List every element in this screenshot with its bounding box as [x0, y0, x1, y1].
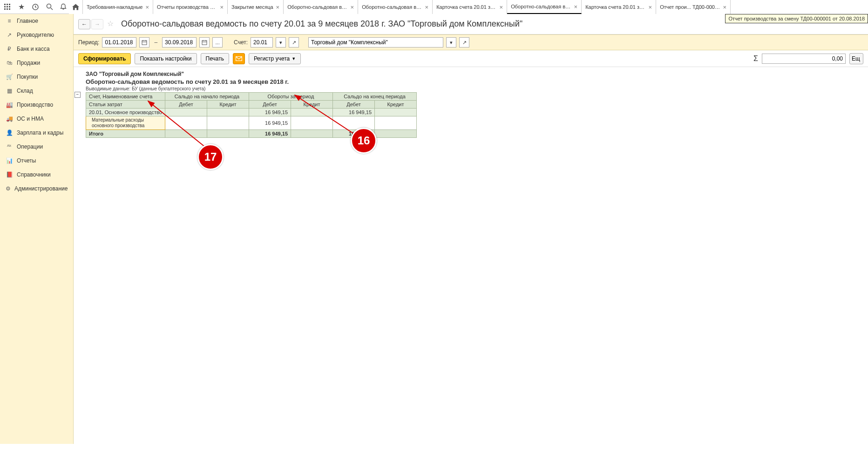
print-button[interactable]: Печать — [201, 53, 229, 64]
tab[interactable]: Требования-накладные× — [83, 0, 153, 14]
close-icon[interactable]: × — [146, 4, 149, 11]
sidebar-item[interactable]: 📕Справочники — [0, 168, 73, 182]
tab-label: Карточка счета 20.01 за... — [436, 4, 496, 10]
account-open-icon[interactable]: ↗ — [289, 37, 299, 48]
tab-label: Оборотно-сальдовая ве... — [362, 4, 422, 10]
account-input[interactable] — [251, 37, 273, 48]
sidebar-item[interactable]: ᴬᵏОперации — [0, 140, 73, 154]
tab[interactable]: Карточка счета 20.01 за...× — [433, 0, 507, 14]
sidebar-icon: 🏭 — [6, 101, 13, 109]
close-icon[interactable]: × — [276, 4, 280, 11]
date-to-input[interactable] — [162, 37, 197, 48]
register-button[interactable]: Регистр учета ▼ — [249, 53, 301, 64]
tab-label: Требования-накладные — [87, 4, 143, 10]
sidebar-item[interactable]: ⚙Администрирование — [0, 182, 73, 196]
sum-input[interactable] — [762, 54, 846, 64]
favorite-star-icon[interactable]: ☆ — [107, 19, 117, 29]
calendar-to-icon[interactable] — [199, 37, 210, 48]
table-row[interactable]: Материальные расходы основного производс… — [86, 116, 417, 130]
sidebar-item[interactable]: ≡Главное — [0, 14, 73, 28]
close-icon[interactable]: × — [500, 4, 503, 11]
sidebar-item[interactable]: 🏭Производство — [0, 98, 73, 112]
th-close-credit: Кредит — [375, 101, 417, 109]
show-settings-button[interactable]: Показать настройки — [135, 53, 197, 64]
org-dropdown-icon[interactable]: ▾ — [446, 37, 456, 48]
tab[interactable]: Оборотно-сальдовая ве...× — [284, 0, 358, 14]
tab[interactable]: Отчеты производства за...× — [153, 0, 228, 14]
report-org: ЗАО "Торговый дом Комплексный" — [86, 71, 864, 77]
search-icon[interactable] — [45, 2, 54, 12]
cell-account: 20.01, Основное производство — [86, 109, 165, 116]
tab[interactable]: Оборотно-сальдовая ве...× — [507, 0, 582, 14]
sidebar-item[interactable]: ₽Банк и касса — [0, 42, 73, 56]
nav-back-button[interactable]: ← — [78, 19, 90, 29]
table-row[interactable]: 20.01, Основное производство 16 949,15 1… — [86, 109, 417, 116]
th-closing: Сальдо на конец периода — [333, 93, 417, 101]
collapse-button[interactable]: − — [75, 92, 81, 98]
th-turnover: Обороты за период — [249, 93, 333, 101]
svg-rect-5 — [9, 6, 10, 7]
sidebar-item[interactable]: 🚚ОС и НМА — [0, 112, 73, 126]
sidebar-icon: 🛍 — [6, 59, 13, 67]
sidebar-item-label: Покупки — [17, 74, 38, 80]
tab-label: Отчеты производства за... — [157, 4, 217, 10]
cell-total-label: Итого — [86, 130, 165, 138]
cell-value: 16 949,15 — [333, 109, 375, 116]
generate-button[interactable]: Сформировать — [78, 53, 131, 64]
svg-rect-4 — [7, 6, 8, 7]
sidebar-item-label: ОС и НМА — [17, 116, 44, 122]
svg-rect-3 — [4, 6, 6, 7]
sidebar-icon: 🚚 — [6, 115, 13, 123]
sidebar-item-label: Продажи — [17, 60, 40, 66]
report-title: Оборотно-сальдовая ведомость по счету 20… — [86, 78, 864, 85]
nav-forward-button[interactable]: → — [91, 19, 103, 29]
sidebar-item-label: Руководителю — [17, 32, 54, 38]
sum-icon: Σ — [753, 54, 758, 63]
sidebar-item-label: Банк и касса — [17, 46, 50, 52]
sidebar-item-label: Зарплата и кадры — [17, 129, 63, 136]
close-icon[interactable]: × — [351, 4, 354, 11]
sidebar-item[interactable]: 👤Зарплата и кадры — [0, 126, 73, 140]
tab[interactable]: Карточка счета 20.01 за...× — [582, 0, 656, 14]
page-title: Оборотно-сальдовая ведомость по счету 20… — [121, 19, 522, 29]
email-button[interactable] — [233, 53, 245, 64]
org-open-icon[interactable]: ↗ — [459, 37, 469, 48]
tab-label: Карточка счета 20.01 за... — [585, 4, 645, 10]
sidebar-icon: 📊 — [6, 157, 13, 164]
close-icon[interactable]: × — [220, 4, 224, 11]
tab-label: Отчет прои... ТД00-000001 — [660, 4, 720, 10]
svg-rect-12 — [142, 41, 147, 45]
history-icon[interactable] — [31, 2, 40, 12]
period-more-button[interactable]: ... — [212, 37, 223, 48]
tab[interactable]: Отчет прои... ТД00-000001× — [656, 0, 731, 14]
date-from-input[interactable] — [102, 37, 136, 48]
sidebar-item[interactable]: ↗Руководителю — [0, 28, 73, 42]
cell-value: 16 949,15 — [249, 109, 291, 116]
organization-input[interactable] — [308, 37, 443, 48]
account-dropdown-icon[interactable]: ▾ — [276, 37, 286, 48]
sidebar-item-label: Склад — [17, 88, 33, 94]
svg-rect-2 — [9, 4, 10, 5]
table-row-total: Итого 16 949,15 16 949,15 — [86, 130, 417, 138]
close-icon[interactable]: × — [723, 4, 727, 11]
report-area: − ЗАО "Торговый дом Комплексный" Оборотн… — [74, 67, 868, 444]
tab[interactable]: Оборотно-сальдовая ве...× — [358, 0, 433, 14]
sidebar-item[interactable]: 📊Отчеты — [0, 154, 73, 168]
sidebar-item[interactable]: ▦Склад — [0, 84, 73, 98]
report-subtitle: Выводимые данные: БУ (данные бухгалтерск… — [86, 86, 864, 91]
tab-home[interactable] — [69, 0, 83, 14]
star-icon[interactable]: ★ — [17, 2, 26, 12]
apps-icon[interactable] — [3, 2, 12, 12]
calendar-from-icon[interactable] — [139, 37, 149, 48]
close-icon[interactable]: × — [574, 3, 578, 10]
tab[interactable]: Закрытие месяца× — [228, 0, 284, 14]
sidebar-icon: 📕 — [6, 171, 13, 178]
sidebar-icon: ⚙ — [6, 185, 11, 192]
bell-icon[interactable] — [59, 2, 68, 12]
sidebar-item[interactable]: 🛒Покупки — [0, 70, 73, 84]
close-icon[interactable]: × — [649, 4, 652, 11]
th-account: Счет, Наименование счета — [86, 93, 165, 101]
more-button[interactable]: Ещ — [849, 53, 863, 64]
sidebar-item[interactable]: 🛍Продажи — [0, 56, 73, 70]
close-icon[interactable]: × — [425, 4, 429, 11]
